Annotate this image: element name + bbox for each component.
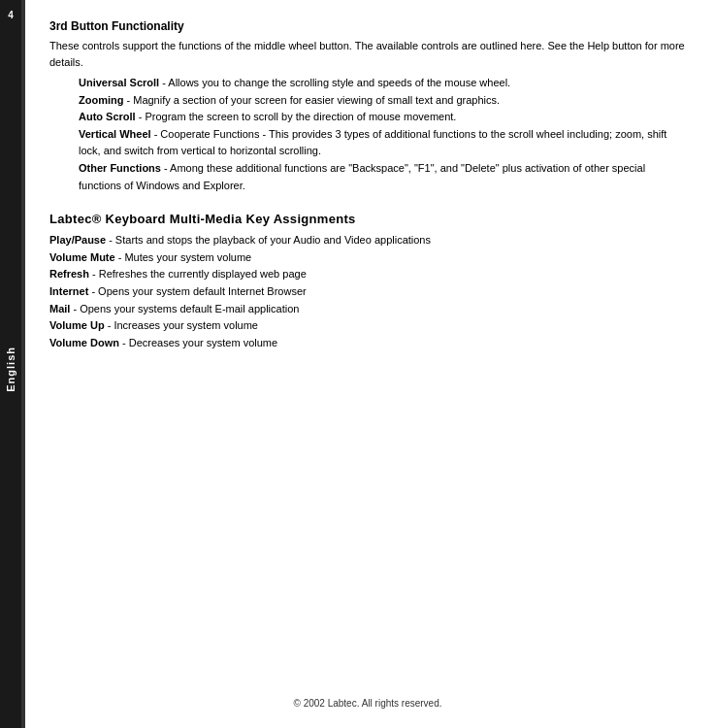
list-item: Universal Scroll - Allows you to change … (79, 75, 686, 92)
footer-text: © 2002 Labtec. All rights reserved. (293, 698, 441, 709)
content-area: 3rd Button Functionality These controls … (25, 0, 715, 728)
list-item: Refresh - Refreshes the currently displa… (49, 266, 686, 283)
list-item: Other Functions - Among these additional… (79, 160, 686, 194)
item-key: Internet (49, 285, 88, 297)
list-item: Volume Up - Increases your system volume (49, 317, 686, 335)
section2-title: Labtec® Keyboard Multi-Media Key Assignm… (49, 212, 686, 226)
item-desc: - Program the screen to scroll by the di… (136, 111, 457, 122)
item-desc: - Decreases your system volume (119, 337, 277, 348)
item-desc: - Magnify a section of your screen for e… (123, 94, 500, 106)
list-item: Auto Scroll - Program the screen to scro… (79, 109, 686, 126)
item-key: Refresh (49, 268, 89, 280)
item-key: Other Functions (79, 162, 161, 174)
item-key: Volume Down (49, 337, 119, 348)
main-content: 3rd Button Functionality These controls … (49, 19, 686, 688)
sidebar: 4 English (0, 0, 21, 728)
item-key: Auto Scroll (79, 111, 136, 122)
list-item: Zooming - Magnify a section of your scre… (79, 92, 686, 110)
item-desc: - Allows you to change the scrolling sty… (159, 77, 510, 88)
item-desc: - Opens your systems default E-mail appl… (70, 303, 299, 314)
list-item: Vertical Wheel - Cooperate Functions - T… (79, 126, 686, 160)
item-key: Mail (49, 303, 70, 314)
list-item: Internet - Opens your system default Int… (49, 283, 686, 301)
item-desc: - Increases your system volume (105, 319, 258, 331)
item-key: Universal Scroll (79, 77, 159, 88)
list-item: Play/Pause - Starts and stops the playba… (49, 232, 686, 249)
item-desc: - Mutes your system volume (115, 251, 252, 263)
item-key: Volume Mute (49, 251, 115, 263)
item-desc: - Opens your system default Internet Bro… (88, 285, 306, 297)
item-key: Zooming (79, 94, 123, 106)
page-number: 4 (8, 10, 14, 20)
item-key: Play/Pause (49, 234, 106, 246)
item-key: Vertical Wheel (79, 128, 151, 140)
item-desc: - Refreshes the currently displayed web … (89, 268, 307, 280)
language-label: English (5, 347, 16, 392)
item-desc: - Among these additional functions are "… (79, 162, 645, 191)
list-item: Volume Mute - Mutes your system volume (49, 249, 686, 267)
list-item: Mail - Opens your systems default E-mail… (49, 301, 686, 318)
footer: © 2002 Labtec. All rights reserved. (49, 688, 686, 709)
section-keyboard: Labtec® Keyboard Multi-Media Key Assignm… (49, 212, 686, 351)
section-3rd-button: 3rd Button Functionality These controls … (49, 19, 686, 194)
section1-intro: These controls support the functions of … (49, 38, 686, 70)
section1-item-list: Universal Scroll - Allows you to change … (49, 75, 686, 194)
section1-title: 3rd Button Functionality (49, 19, 686, 33)
item-key: Volume Up (49, 319, 105, 331)
item-desc: - Cooperate Functions - This provides 3 … (79, 128, 666, 157)
list-item: Volume Down - Decreases your system volu… (49, 335, 686, 352)
item-desc: - Starts and stops the playback of your … (106, 234, 431, 246)
